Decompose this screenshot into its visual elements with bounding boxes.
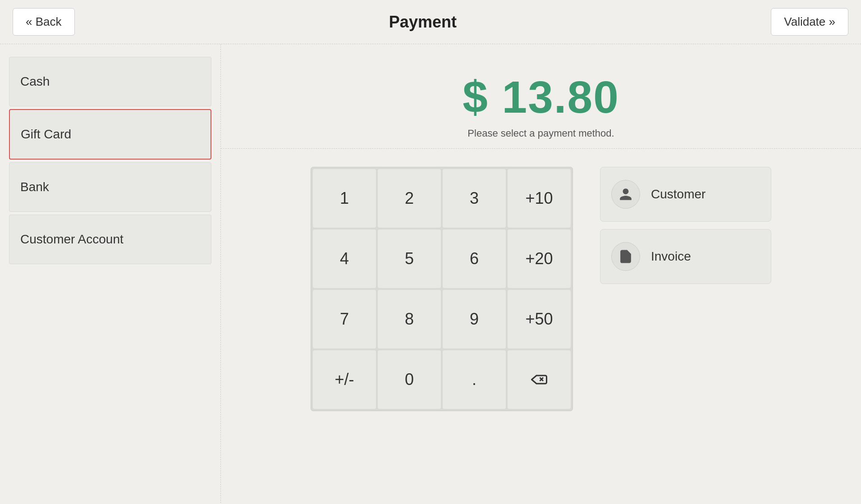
payment-method-cash[interactable]: Cash: [9, 57, 211, 106]
amount-display: $ 13.80: [221, 71, 861, 123]
validate-button[interactable]: Validate »: [771, 8, 848, 36]
numpad-key-plus20[interactable]: +20: [508, 229, 571, 288]
numpad-key-1[interactable]: 1: [313, 169, 376, 228]
payment-method-gift-card[interactable]: Gift Card: [9, 109, 211, 160]
numpad-key-3[interactable]: 3: [443, 169, 506, 228]
invoice-label: Invoice: [651, 249, 691, 264]
numpad-key-0[interactable]: 0: [378, 350, 441, 409]
numpad-key-9[interactable]: 9: [443, 290, 506, 348]
payment-method-bank[interactable]: Bank: [9, 162, 211, 212]
customer-icon: [611, 180, 640, 209]
numpad-key-backspace[interactable]: [508, 350, 571, 409]
action-btn-customer[interactable]: Customer: [600, 167, 771, 222]
page-title: Payment: [389, 13, 457, 32]
numpad-key-plus10[interactable]: +10: [508, 169, 571, 228]
action-buttons: Customer Invoice: [600, 167, 771, 411]
numpad-key-plusslash-[interactable]: +/-: [313, 350, 376, 409]
amount-area: $ 13.80 Please select a payment method.: [221, 71, 861, 139]
main-content: CashGift CardBankCustomer Account $ 13.8…: [0, 44, 861, 504]
numpad-key-4[interactable]: 4: [313, 229, 376, 288]
numpad-key-5[interactable]: 5: [378, 229, 441, 288]
right-panel: $ 13.80 Please select a payment method. …: [221, 44, 861, 504]
action-btn-invoice[interactable]: Invoice: [600, 229, 771, 284]
numpad-key-8[interactable]: 8: [378, 290, 441, 348]
numpad-key-6[interactable]: 6: [443, 229, 506, 288]
numpad-key-plus50[interactable]: +50: [508, 290, 571, 348]
numpad: 123+10456+20789+50+/-0.: [311, 167, 573, 411]
payment-methods-panel: CashGift CardBankCustomer Account: [0, 44, 221, 504]
numpad-key-2[interactable]: 2: [378, 169, 441, 228]
customer-label: Customer: [651, 187, 705, 202]
back-button[interactable]: « Back: [13, 8, 75, 36]
middle-section: 123+10456+20789+50+/-0. Customer Invoice: [221, 148, 861, 411]
amount-value: 13.80: [502, 72, 619, 122]
header: « Back Payment Validate »: [0, 0, 861, 44]
numpad-key-.[interactable]: .: [443, 350, 506, 409]
payment-method-customer-account[interactable]: Customer Account: [9, 215, 211, 264]
invoice-icon: [611, 242, 640, 271]
amount-hint: Please select a payment method.: [221, 128, 861, 139]
numpad-key-7[interactable]: 7: [313, 290, 376, 348]
currency-symbol: $: [463, 72, 489, 122]
